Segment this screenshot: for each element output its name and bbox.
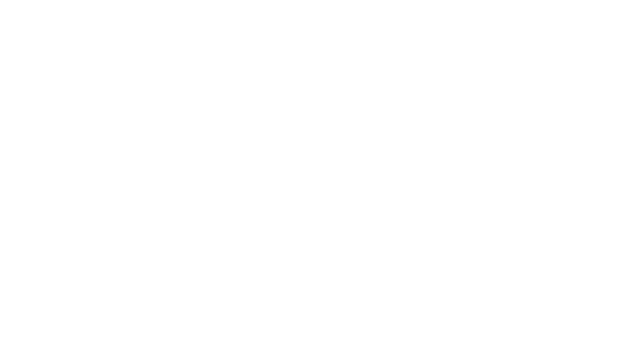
family-tree bbox=[0, 0, 644, 340]
